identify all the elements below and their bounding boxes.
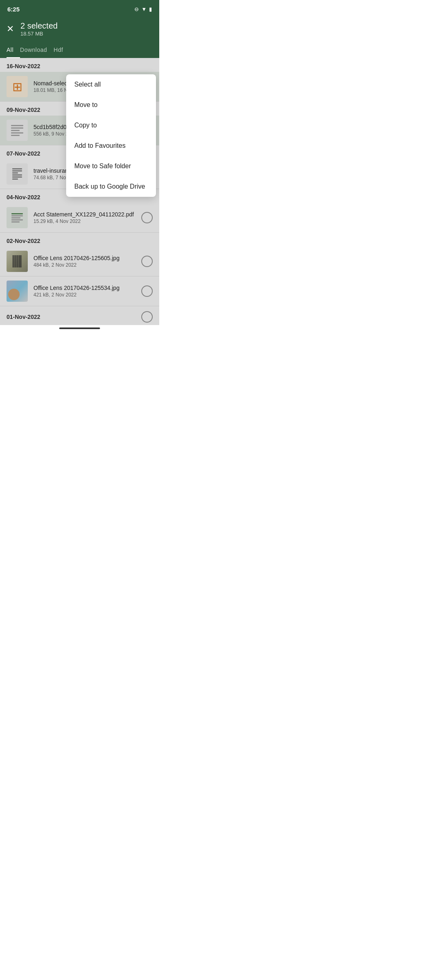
- content-area: Select all Move to Copy to Add to Favour…: [0, 58, 159, 325]
- menu-copy-to[interactable]: Copy to: [66, 115, 156, 136]
- dropdown-menu: Select all Move to Copy to Add to Favour…: [66, 74, 156, 197]
- header-info: 2 selected 18.57 MB: [20, 21, 153, 37]
- dnd-icon: ⊖: [134, 6, 139, 12]
- close-button[interactable]: ✕: [7, 24, 14, 34]
- bottom-bar: [0, 325, 159, 333]
- tab-hdf[interactable]: Hdf: [53, 42, 69, 58]
- selected-count: 2 selected: [20, 21, 153, 31]
- dropdown-overlay[interactable]: Select all Move to Copy to Add to Favour…: [0, 58, 159, 325]
- tab-download[interactable]: Download: [20, 42, 53, 58]
- menu-backup-drive[interactable]: Back up to Google Drive: [66, 176, 156, 197]
- selected-size: 18.57 MB: [20, 31, 153, 37]
- status-time: 6:25: [7, 6, 20, 13]
- menu-move-safe[interactable]: Move to Safe folder: [66, 156, 156, 176]
- battery-icon: ▮: [149, 6, 152, 12]
- wifi-icon: ▼: [141, 6, 147, 12]
- status-icons: ⊖ ▼ ▮: [134, 6, 152, 12]
- tab-all[interactable]: All: [7, 42, 20, 58]
- header: ✕ 2 selected 18.57 MB: [0, 17, 159, 42]
- menu-select-all[interactable]: Select all: [66, 74, 156, 95]
- status-bar: 6:25 ⊖ ▼ ▮: [0, 0, 159, 17]
- menu-move-to[interactable]: Move to: [66, 95, 156, 115]
- bottom-handle: [59, 327, 100, 329]
- menu-add-favourites[interactable]: Add to Favourites: [66, 136, 156, 156]
- tabs-bar: All Download Hdf: [0, 42, 159, 58]
